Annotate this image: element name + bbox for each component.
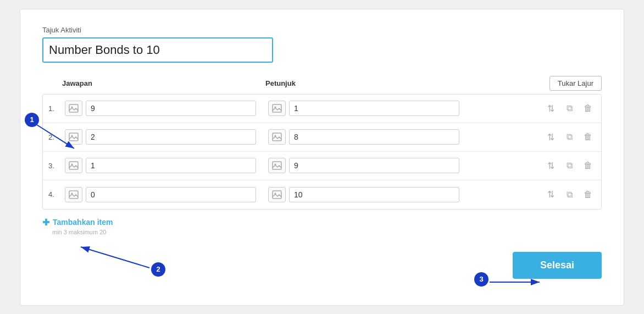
petunjuk-input-4[interactable] [289, 187, 459, 202]
main-card: 1 2 3 Tajuk Aktiviti [20, 9, 624, 306]
jawapan-cell-1 [65, 101, 268, 116]
jawapan-img-icon-2[interactable] [65, 129, 82, 145]
jawapan-img-icon-1[interactable] [65, 101, 82, 116]
svg-rect-14 [69, 162, 78, 169]
petunjuk-input-2[interactable] [289, 129, 459, 145]
col-petunjuk-header: Petunjuk [265, 79, 469, 87]
row-num-1: 1. [48, 104, 65, 113]
table-row: 3. [43, 152, 601, 180]
jawapan-input-1[interactable] [86, 101, 256, 116]
plus-icon: ✚ [42, 217, 49, 228]
move-up-down-1[interactable]: ⇅ [543, 101, 558, 116]
move-up-down-3[interactable]: ⇅ [543, 158, 558, 173]
svg-rect-6 [69, 104, 78, 112]
jawapan-cell-4 [65, 187, 268, 202]
delete-3[interactable]: 🗑 [580, 158, 596, 173]
jawapan-img-icon-3[interactable] [65, 158, 82, 173]
petunjuk-input-1[interactable] [289, 101, 459, 116]
delete-1[interactable]: 🗑 [580, 101, 596, 116]
table-row: 4. [43, 180, 601, 209]
add-item-link[interactable]: ✚ Tambahkan item [42, 217, 602, 228]
petunjuk-cell-2 [268, 129, 471, 145]
jawapan-cell-2 [65, 129, 268, 145]
title-input[interactable] [42, 37, 273, 63]
col-jawapan-header: Jawapan [62, 79, 265, 87]
row-actions-3: ⇅ ⧉ 🗑 [543, 158, 596, 173]
copy-3[interactable]: ⧉ [562, 158, 577, 173]
jawapan-input-4[interactable] [86, 187, 256, 202]
copy-1[interactable]: ⧉ [562, 101, 577, 116]
copy-4[interactable]: ⧉ [562, 187, 577, 202]
jawapan-img-icon-4[interactable] [65, 187, 82, 202]
jawapan-cell-3 [65, 158, 268, 173]
svg-rect-12 [273, 133, 281, 141]
svg-rect-20 [273, 191, 281, 199]
petunjuk-img-icon-4[interactable] [268, 187, 286, 202]
table-row: 2. [43, 123, 601, 152]
petunjuk-cell-1 [268, 101, 471, 116]
petunjuk-img-icon-3[interactable] [268, 158, 286, 173]
svg-rect-18 [69, 191, 78, 199]
move-up-down-4[interactable]: ⇅ [543, 187, 558, 202]
row-actions-2: ⇅ ⧉ 🗑 [543, 129, 596, 145]
row-num-3: 3. [48, 162, 65, 170]
annotation-1: 1 [25, 113, 39, 127]
svg-rect-16 [273, 162, 281, 169]
svg-rect-8 [273, 104, 281, 112]
jawapan-input-3[interactable] [86, 158, 256, 173]
petunjuk-img-icon-1[interactable] [268, 101, 286, 116]
annotation-3: 3 [474, 272, 488, 287]
add-item-section: ✚ Tambahkan item min 3 maksimum 20 [42, 217, 602, 235]
svg-rect-10 [69, 133, 78, 141]
row-num-4: 4. [48, 190, 65, 199]
bottom-bar: Selesai [42, 252, 602, 279]
row-actions-4: ⇅ ⧉ 🗑 [543, 187, 596, 202]
field-label: Tajuk Aktiviti [42, 26, 602, 34]
tukar-lajur-button[interactable]: Tukar Lajur [549, 76, 602, 91]
table-header-row: Jawapan Petunjuk Tukar Lajur [42, 76, 602, 91]
move-up-down-2[interactable]: ⇅ [543, 129, 558, 145]
row-num-2: 2. [48, 133, 65, 141]
table-row: 1. [43, 95, 601, 123]
petunjuk-cell-3 [268, 158, 471, 173]
selesai-button[interactable]: Selesai [513, 252, 602, 279]
copy-2[interactable]: ⧉ [562, 129, 577, 145]
add-item-hint: min 3 maksimum 20 [52, 229, 602, 235]
delete-4[interactable]: 🗑 [580, 187, 596, 202]
annotation-2: 2 [151, 262, 165, 277]
row-actions-1: ⇅ ⧉ 🗑 [543, 101, 596, 116]
petunjuk-cell-4 [268, 187, 471, 202]
table-section: Jawapan Petunjuk Tukar Lajur 1. [42, 76, 602, 210]
petunjuk-img-icon-2[interactable] [268, 129, 286, 145]
add-item-label: Tambahkan item [53, 218, 113, 227]
petunjuk-input-3[interactable] [289, 158, 459, 173]
table-rows: 1. [42, 94, 602, 210]
delete-2[interactable]: 🗑 [580, 129, 596, 145]
jawapan-input-2[interactable] [86, 129, 256, 145]
